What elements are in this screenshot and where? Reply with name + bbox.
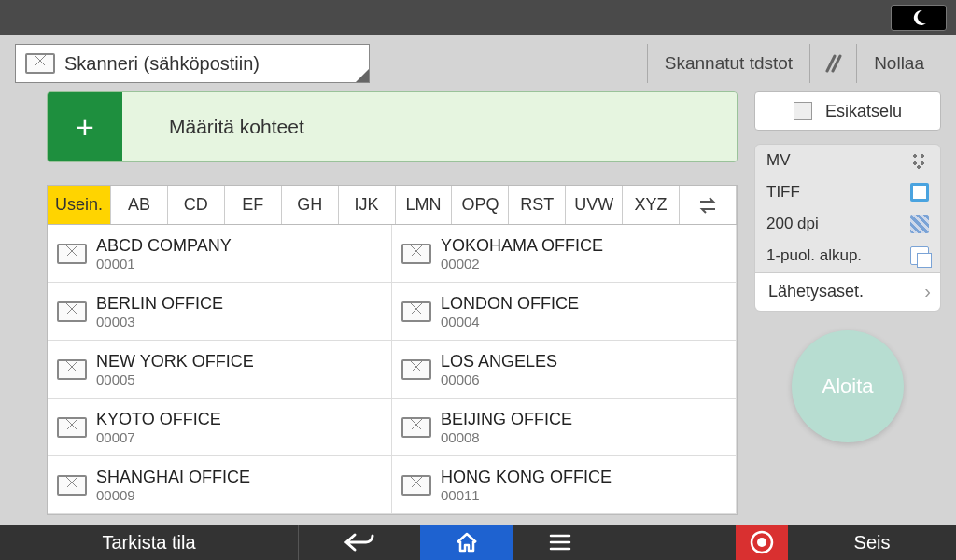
back-icon bbox=[344, 532, 375, 553]
tab-cd[interactable]: CD bbox=[168, 186, 225, 224]
envelope-icon bbox=[401, 301, 431, 322]
send-settings-button[interactable]: Lähetysaset. › bbox=[755, 272, 940, 311]
address-item[interactable]: BERLIN OFFICE00003 bbox=[48, 283, 392, 341]
address-item[interactable]: KYOTO OFFICE00007 bbox=[48, 399, 392, 456]
envelope-icon bbox=[57, 475, 87, 496]
right-panel: Esikatselu MV TIFF 200 dpi 1-puol. alkup… bbox=[754, 91, 941, 515]
address-list: ABCD COMPANY00001 YOKOHAMA OFFICE00002 B… bbox=[47, 224, 738, 515]
address-item[interactable]: BEIJING OFFICE00008 bbox=[392, 399, 737, 456]
tab-opq[interactable]: OPQ bbox=[452, 186, 509, 224]
resolution-icon bbox=[910, 215, 929, 233]
scanned-files-button[interactable]: Skannatut tdstot bbox=[647, 44, 809, 83]
bottom-bar: Tarkista tila Seis bbox=[0, 525, 956, 560]
tab-ijk[interactable]: IJK bbox=[339, 186, 396, 224]
address-name: LONDON OFFICE bbox=[441, 294, 579, 314]
menu-icon bbox=[549, 534, 571, 551]
address-item[interactable]: HONG KONG OFFICE00011 bbox=[392, 456, 737, 514]
clear-destinations-button[interactable] bbox=[809, 44, 856, 83]
preview-checkbox[interactable] bbox=[794, 102, 812, 120]
tab-uvw[interactable]: UVW bbox=[566, 186, 623, 224]
night-mode-button[interactable] bbox=[891, 5, 947, 31]
send-settings-label: Lähetysaset. bbox=[768, 282, 864, 301]
specify-destinations-button[interactable]: + Määritä kohteet bbox=[47, 91, 738, 162]
address-name: ABCD COMPANY bbox=[96, 236, 232, 256]
address-number: 00002 bbox=[441, 256, 603, 272]
mode-selector[interactable]: Skanneri (sähköpostiin) bbox=[15, 44, 370, 83]
reset-button[interactable]: Nollaa bbox=[856, 44, 941, 83]
setting-resolution[interactable]: 200 dpi bbox=[755, 208, 940, 240]
envelope-icon bbox=[401, 417, 431, 438]
double-slash-icon bbox=[822, 54, 846, 73]
envelope-icon bbox=[401, 244, 431, 264]
moon-icon bbox=[909, 8, 928, 27]
address-number: 00008 bbox=[441, 429, 572, 445]
setting-sides[interactable]: 1-puol. alkup. bbox=[755, 240, 940, 272]
address-name: LOS ANGELES bbox=[441, 352, 557, 371]
address-name: NEW YORK OFFICE bbox=[96, 352, 254, 371]
tab-lmn[interactable]: LMN bbox=[396, 186, 453, 224]
envelope-icon bbox=[57, 244, 87, 264]
setting-format[interactable]: TIFF bbox=[755, 176, 940, 208]
preview-toggle[interactable]: Esikatselu bbox=[754, 91, 941, 131]
sides-icon bbox=[910, 246, 929, 265]
envelope-icon bbox=[401, 359, 431, 380]
setting-color-label: MV bbox=[766, 151, 791, 170]
envelope-icon bbox=[57, 417, 87, 438]
setting-format-label: TIFF bbox=[766, 183, 800, 202]
address-number: 00011 bbox=[441, 487, 612, 503]
stop-icon bbox=[750, 530, 774, 554]
stop-icon-button[interactable] bbox=[736, 525, 788, 560]
switch-icon bbox=[697, 197, 718, 214]
file-format-icon bbox=[910, 183, 929, 202]
tab-frequent[interactable]: Usein. bbox=[48, 186, 111, 224]
setting-color[interactable]: MV bbox=[755, 145, 940, 176]
scan-settings-card: MV TIFF 200 dpi 1-puol. alkup. Lähetysas… bbox=[754, 144, 941, 312]
tab-xyz[interactable]: XYZ bbox=[623, 186, 680, 224]
address-name: KYOTO OFFICE bbox=[96, 410, 221, 429]
preview-label: Esikatselu bbox=[825, 102, 902, 121]
envelope-icon bbox=[57, 301, 87, 322]
address-number: 00005 bbox=[96, 371, 254, 387]
menu-button[interactable] bbox=[513, 525, 607, 560]
envelope-icon bbox=[25, 53, 55, 74]
start-label: Aloita bbox=[822, 374, 873, 399]
address-item[interactable]: SHANGHAI OFFICE00009 bbox=[48, 456, 392, 514]
envelope-icon bbox=[401, 475, 431, 496]
stop-button[interactable]: Seis bbox=[788, 525, 956, 560]
address-name: BEIJING OFFICE bbox=[441, 410, 572, 429]
header-row: Skanneri (sähköpostiin) Skannatut tdstot… bbox=[0, 35, 956, 91]
mode-label: Skanneri (sähköpostiin) bbox=[64, 53, 260, 75]
address-number: 00009 bbox=[96, 487, 250, 503]
svg-point-1 bbox=[757, 538, 766, 547]
tab-switch-view[interactable] bbox=[680, 186, 737, 224]
home-icon bbox=[455, 531, 479, 553]
tab-gh[interactable]: GH bbox=[282, 186, 339, 224]
setting-resolution-label: 200 dpi bbox=[766, 215, 819, 233]
address-name: YOKOHAMA OFFICE bbox=[441, 236, 603, 256]
address-name: HONG KONG OFFICE bbox=[441, 468, 612, 487]
chevron-right-icon: › bbox=[924, 281, 931, 302]
address-name: BERLIN OFFICE bbox=[96, 294, 223, 314]
back-button[interactable] bbox=[299, 525, 420, 560]
plus-icon: + bbox=[48, 92, 122, 161]
specify-destinations-label: Määritä kohteet bbox=[122, 92, 737, 161]
address-number: 00003 bbox=[96, 314, 223, 329]
tab-rst[interactable]: RST bbox=[509, 186, 566, 224]
address-item[interactable]: ABCD COMPANY00001 bbox=[48, 225, 392, 283]
dropdown-indicator-icon bbox=[356, 69, 369, 82]
address-item[interactable]: LOS ANGELES00006 bbox=[392, 341, 737, 399]
alpha-tab-bar: Usein. AB CD EF GH IJK LMN OPQ RST UVW X… bbox=[47, 185, 738, 224]
address-item[interactable]: LONDON OFFICE00004 bbox=[392, 283, 737, 341]
address-number: 00001 bbox=[96, 256, 232, 272]
color-mode-icon bbox=[910, 151, 929, 170]
home-button[interactable] bbox=[420, 525, 513, 560]
system-top-bar bbox=[0, 0, 956, 35]
check-status-button[interactable]: Tarkista tila bbox=[0, 525, 299, 560]
setting-sides-label: 1-puol. alkup. bbox=[766, 246, 862, 265]
tab-ef[interactable]: EF bbox=[225, 186, 282, 224]
start-button[interactable]: Aloita bbox=[792, 330, 904, 442]
envelope-icon bbox=[57, 359, 87, 380]
address-item[interactable]: YOKOHAMA OFFICE00002 bbox=[392, 225, 737, 283]
tab-ab[interactable]: AB bbox=[111, 186, 168, 224]
address-item[interactable]: NEW YORK OFFICE00005 bbox=[48, 341, 392, 399]
